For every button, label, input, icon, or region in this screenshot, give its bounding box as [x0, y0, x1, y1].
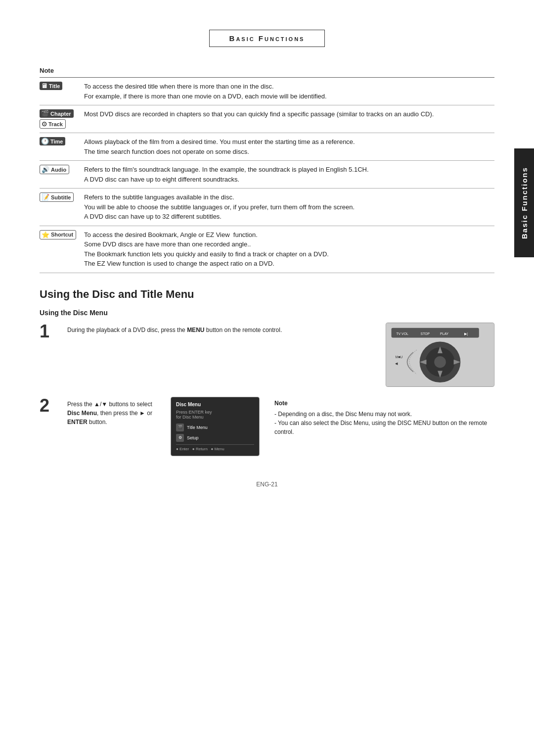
step-2-left: 2 Press the ▲/▼ buttons to select Disc M… — [40, 397, 260, 456]
svg-text:PLAY: PLAY — [440, 331, 448, 335]
note-text-chapter-track: Most DVD discs are recorded in chapters … — [84, 109, 494, 119]
step-1-image: TV VOL STOP PLAY ▶| M — [386, 323, 494, 387]
page-number: ENG-21 — [256, 481, 277, 488]
step-1-number: 1 — [40, 323, 57, 340]
disc-menu-item-1: 🎬 Title Menu — [176, 424, 254, 431]
note-text-audio: Refers to the film's soundtrack language… — [84, 165, 494, 184]
note-row-title: 🖥 Title To access the desired title when… — [40, 78, 494, 105]
note-icon-title: 🖥 Title — [40, 82, 84, 90]
note-row-chapter-track: 🎬 Chapter ⊙ Track Most DVD discs are rec… — [40, 105, 494, 133]
disc-title-section: Using the Disc and Title Menu Using the … — [40, 288, 494, 456]
note-icon-subtitle: 📝 Subtitle — [40, 192, 84, 202]
note-right-step2: Note - Depending on a disc, the Disc Men… — [274, 397, 494, 456]
step-2-number: 2 — [40, 397, 57, 415]
note-right-text: - Depending on a disc, the Disc Menu may… — [274, 410, 494, 436]
svg-text:▶|: ▶| — [464, 331, 468, 335]
svg-point-12 — [434, 356, 446, 368]
steps-area: 1 During the playback of a DVD disc, pre… — [40, 323, 494, 456]
step-2-image: Disc Menu Press ENTER keyfor Disc Menu 🎬… — [171, 397, 260, 456]
note-row-audio: 🔊 Audio Refers to the film's soundtrack … — [40, 161, 494, 189]
step-2-row: 2 Press the ▲/▼ buttons to select Disc M… — [40, 397, 260, 456]
disc-menu-item-2: ⚙ Setup — [176, 434, 254, 442]
note-label: Note — [40, 67, 494, 74]
disc-menu-label: Press ENTER keyfor Disc Menu — [176, 410, 254, 420]
disc-menu-sub-heading: Using the Disc Menu — [40, 309, 494, 317]
disc-title-heading: Using the Disc and Title Menu — [40, 288, 494, 301]
note-text-subtitle: Refers to the subtitle languages availab… — [84, 192, 494, 222]
disc-menu-mockup: Disc Menu Press ENTER keyfor Disc Menu 🎬… — [171, 397, 259, 456]
note-right-label: Note — [274, 400, 494, 407]
svg-text:STOP: STOP — [421, 331, 430, 335]
svg-text:M■U: M■U — [395, 355, 402, 358]
step-2-area: 2 Press the ▲/▼ buttons to select Disc M… — [40, 397, 494, 456]
note-text-time: Allows playback of the film from a desir… — [84, 137, 494, 156]
side-tab-basic-functions: Basic Functions — [514, 148, 534, 257]
page-wrapper: Basic Functions Basic Functions Note 🖥 T… — [0, 0, 534, 756]
note-icon-chapter-track: 🎬 Chapter ⊙ Track — [40, 109, 84, 129]
step-1-text: During the playback of a DVD disc, press… — [67, 323, 376, 334]
step-2-text: Press the ▲/▼ buttons to select Disc Men… — [67, 397, 161, 426]
page-header: Basic Functions — [40, 30, 494, 47]
note-icon-time: 🕐 Time — [40, 137, 84, 145]
note-row-subtitle: 📝 Subtitle Refers to the subtitle langua… — [40, 189, 494, 226]
page-title: Basic Functions — [209, 30, 325, 47]
step-1-row: 1 During the playback of a DVD disc, pre… — [40, 323, 494, 387]
disc-menu-footer: ● Enter ● Return ● Menu — [176, 444, 254, 451]
note-table: 🖥 Title To access the desired title when… — [40, 77, 494, 273]
svg-text:TV VOL: TV VOL — [396, 331, 408, 335]
note-text-shortcut: To access the desired Bookmark, Angle or… — [84, 230, 494, 269]
note-row-shortcut: ⭐ Shortcut To access the desired Bookmar… — [40, 226, 494, 273]
page-footer: ENG-21 — [40, 481, 494, 488]
note-section: Note 🖥 Title To access the desired title… — [40, 67, 494, 273]
disc-menu-title: Disc Menu — [176, 402, 254, 407]
note-icon-audio: 🔊 Audio — [40, 165, 84, 174]
note-row-time: 🕐 Time Allows playback of the film from … — [40, 133, 494, 161]
note-text-title: To access the desired title when there i… — [84, 82, 494, 101]
note-icon-shortcut: ⭐ Shortcut — [40, 230, 84, 239]
